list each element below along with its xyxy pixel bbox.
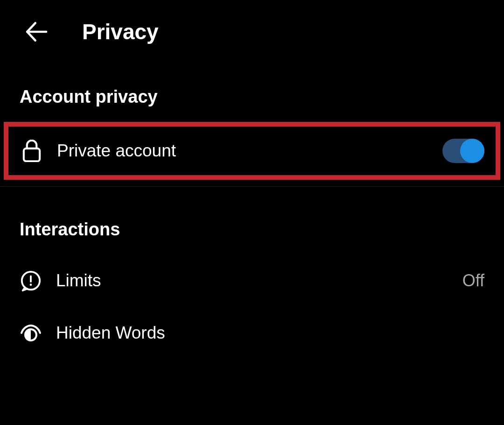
private-account-toggle[interactable] — [442, 139, 484, 163]
limits-label: Limits — [56, 271, 448, 290]
header: Privacy — [0, 0, 504, 68]
svg-point-3 — [30, 283, 32, 286]
section-header-account-privacy: Account privacy — [0, 68, 504, 122]
toggle-knob — [460, 139, 484, 163]
limits-value: Off — [462, 271, 484, 290]
page-title: Privacy — [82, 19, 159, 44]
alert-bubble-icon — [20, 269, 42, 292]
highlight-frame: Private account — [4, 122, 500, 180]
hidden-words-row[interactable]: Hidden Words — [0, 307, 504, 359]
arrow-left-icon — [23, 19, 49, 45]
svg-rect-1 — [24, 149, 40, 161]
hidden-words-label: Hidden Words — [56, 323, 484, 343]
lock-icon — [21, 140, 43, 162]
eye-icon — [20, 322, 42, 344]
section-header-interactions: Interactions — [0, 201, 504, 255]
back-button[interactable] — [23, 19, 49, 45]
private-account-label: Private account — [57, 141, 428, 161]
limits-row[interactable]: Limits Off — [0, 255, 504, 307]
private-account-row[interactable]: Private account — [8, 127, 496, 175]
